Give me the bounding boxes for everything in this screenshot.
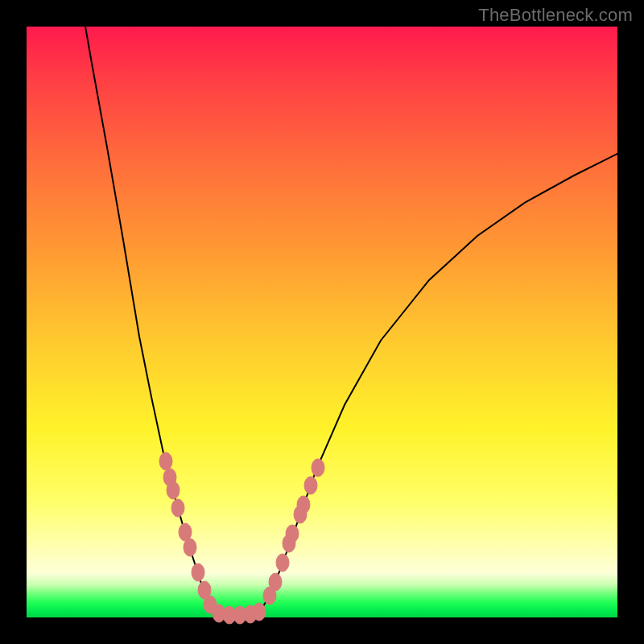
chart-frame: TheBottleneck.com xyxy=(0,0,644,644)
marker-point xyxy=(312,459,324,477)
marker-point xyxy=(286,525,299,543)
marker-point xyxy=(159,452,172,470)
marker-point xyxy=(171,499,184,517)
curve-right-branch xyxy=(258,154,617,614)
curve-left-branch xyxy=(85,27,218,614)
marker-point xyxy=(167,481,180,499)
curve-svg xyxy=(27,27,617,617)
marker-point xyxy=(184,539,196,556)
watermark-text: TheBottleneck.com xyxy=(478,5,633,26)
marker-point xyxy=(269,573,282,591)
marker-group xyxy=(159,452,324,624)
marker-point xyxy=(192,564,204,581)
marker-point xyxy=(276,554,289,572)
marker-point xyxy=(304,477,317,494)
marker-point xyxy=(253,603,266,621)
marker-point xyxy=(297,496,310,514)
plot-area xyxy=(27,27,617,617)
